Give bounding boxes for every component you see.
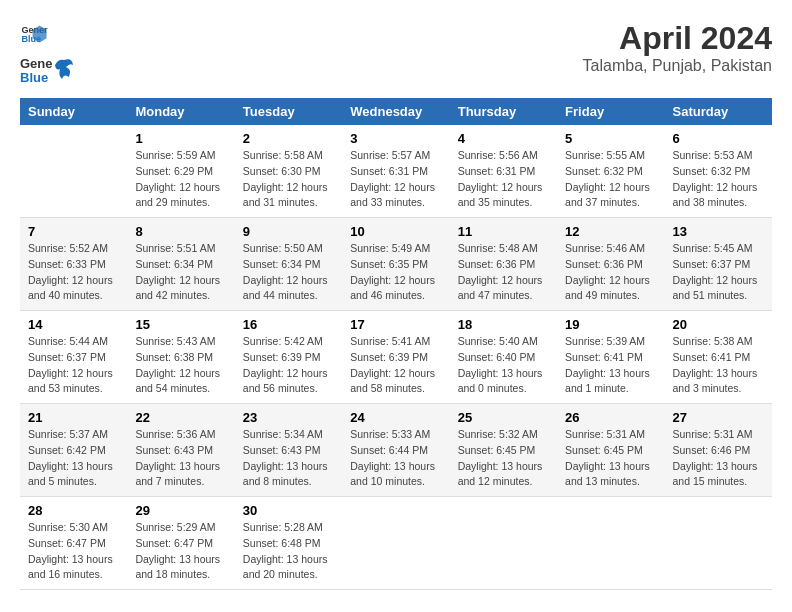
day-header-monday: Monday (127, 98, 234, 125)
calendar-cell (557, 497, 664, 590)
day-info: Sunrise: 5:31 AM Sunset: 6:46 PM Dayligh… (673, 427, 764, 490)
day-info: Sunrise: 5:49 AM Sunset: 6:35 PM Dayligh… (350, 241, 441, 304)
calendar-week-row: 7Sunrise: 5:52 AM Sunset: 6:33 PM Daylig… (20, 218, 772, 311)
calendar-cell: 13Sunrise: 5:45 AM Sunset: 6:37 PM Dayli… (665, 218, 772, 311)
day-header-friday: Friday (557, 98, 664, 125)
day-info: Sunrise: 5:53 AM Sunset: 6:32 PM Dayligh… (673, 148, 764, 211)
page-header: General Blue General Blue April 2024 Tal… (20, 20, 772, 88)
logo: General Blue General Blue (20, 20, 74, 88)
calendar-cell: 16Sunrise: 5:42 AM Sunset: 6:39 PM Dayli… (235, 311, 342, 404)
day-number: 23 (243, 410, 334, 425)
calendar-cell: 20Sunrise: 5:38 AM Sunset: 6:41 PM Dayli… (665, 311, 772, 404)
day-info: Sunrise: 5:56 AM Sunset: 6:31 PM Dayligh… (458, 148, 549, 211)
calendar-cell: 24Sunrise: 5:33 AM Sunset: 6:44 PM Dayli… (342, 404, 449, 497)
day-info: Sunrise: 5:32 AM Sunset: 6:45 PM Dayligh… (458, 427, 549, 490)
day-info: Sunrise: 5:38 AM Sunset: 6:41 PM Dayligh… (673, 334, 764, 397)
day-info: Sunrise: 5:34 AM Sunset: 6:43 PM Dayligh… (243, 427, 334, 490)
calendar-cell: 4Sunrise: 5:56 AM Sunset: 6:31 PM Daylig… (450, 125, 557, 218)
logo-bird-icon: General Blue (20, 52, 52, 88)
calendar-cell (665, 497, 772, 590)
day-info: Sunrise: 5:59 AM Sunset: 6:29 PM Dayligh… (135, 148, 226, 211)
day-number: 25 (458, 410, 549, 425)
day-number: 3 (350, 131, 441, 146)
calendar-cell: 12Sunrise: 5:46 AM Sunset: 6:36 PM Dayli… (557, 218, 664, 311)
svg-text:General: General (20, 56, 52, 71)
day-number: 27 (673, 410, 764, 425)
day-info: Sunrise: 5:55 AM Sunset: 6:32 PM Dayligh… (565, 148, 656, 211)
calendar-cell: 11Sunrise: 5:48 AM Sunset: 6:36 PM Dayli… (450, 218, 557, 311)
title-area: April 2024 Talamba, Punjab, Pakistan (583, 20, 772, 75)
calendar-body: 1Sunrise: 5:59 AM Sunset: 6:29 PM Daylig… (20, 125, 772, 590)
day-info: Sunrise: 5:44 AM Sunset: 6:37 PM Dayligh… (28, 334, 119, 397)
svg-text:Blue: Blue (20, 70, 48, 85)
day-info: Sunrise: 5:51 AM Sunset: 6:34 PM Dayligh… (135, 241, 226, 304)
day-number: 24 (350, 410, 441, 425)
day-number: 28 (28, 503, 119, 518)
calendar-cell: 22Sunrise: 5:36 AM Sunset: 6:43 PM Dayli… (127, 404, 234, 497)
day-number: 4 (458, 131, 549, 146)
day-number: 20 (673, 317, 764, 332)
calendar-cell: 26Sunrise: 5:31 AM Sunset: 6:45 PM Dayli… (557, 404, 664, 497)
day-number: 16 (243, 317, 334, 332)
day-number: 6 (673, 131, 764, 146)
day-info: Sunrise: 5:58 AM Sunset: 6:30 PM Dayligh… (243, 148, 334, 211)
day-number: 14 (28, 317, 119, 332)
calendar-cell: 9Sunrise: 5:50 AM Sunset: 6:34 PM Daylig… (235, 218, 342, 311)
day-header-wednesday: Wednesday (342, 98, 449, 125)
day-number: 8 (135, 224, 226, 239)
day-info: Sunrise: 5:46 AM Sunset: 6:36 PM Dayligh… (565, 241, 656, 304)
bird-icon (54, 55, 74, 85)
calendar-cell: 30Sunrise: 5:28 AM Sunset: 6:48 PM Dayli… (235, 497, 342, 590)
logo-icon: General Blue (20, 20, 48, 48)
day-number: 1 (135, 131, 226, 146)
calendar-cell: 21Sunrise: 5:37 AM Sunset: 6:42 PM Dayli… (20, 404, 127, 497)
calendar-cell: 27Sunrise: 5:31 AM Sunset: 6:46 PM Dayli… (665, 404, 772, 497)
calendar-header-row: SundayMondayTuesdayWednesdayThursdayFrid… (20, 98, 772, 125)
calendar-cell: 23Sunrise: 5:34 AM Sunset: 6:43 PM Dayli… (235, 404, 342, 497)
day-header-saturday: Saturday (665, 98, 772, 125)
day-number: 26 (565, 410, 656, 425)
day-number: 12 (565, 224, 656, 239)
day-number: 9 (243, 224, 334, 239)
day-header-thursday: Thursday (450, 98, 557, 125)
calendar-table: SundayMondayTuesdayWednesdayThursdayFrid… (20, 98, 772, 590)
day-info: Sunrise: 5:41 AM Sunset: 6:39 PM Dayligh… (350, 334, 441, 397)
day-number: 17 (350, 317, 441, 332)
day-number: 18 (458, 317, 549, 332)
calendar-cell: 17Sunrise: 5:41 AM Sunset: 6:39 PM Dayli… (342, 311, 449, 404)
calendar-cell: 14Sunrise: 5:44 AM Sunset: 6:37 PM Dayli… (20, 311, 127, 404)
day-number: 10 (350, 224, 441, 239)
calendar-week-row: 14Sunrise: 5:44 AM Sunset: 6:37 PM Dayli… (20, 311, 772, 404)
calendar-cell: 10Sunrise: 5:49 AM Sunset: 6:35 PM Dayli… (342, 218, 449, 311)
day-info: Sunrise: 5:29 AM Sunset: 6:47 PM Dayligh… (135, 520, 226, 583)
day-info: Sunrise: 5:37 AM Sunset: 6:42 PM Dayligh… (28, 427, 119, 490)
calendar-cell (342, 497, 449, 590)
day-number: 21 (28, 410, 119, 425)
day-info: Sunrise: 5:39 AM Sunset: 6:41 PM Dayligh… (565, 334, 656, 397)
calendar-cell: 25Sunrise: 5:32 AM Sunset: 6:45 PM Dayli… (450, 404, 557, 497)
day-info: Sunrise: 5:36 AM Sunset: 6:43 PM Dayligh… (135, 427, 226, 490)
day-info: Sunrise: 5:28 AM Sunset: 6:48 PM Dayligh… (243, 520, 334, 583)
calendar-week-row: 1Sunrise: 5:59 AM Sunset: 6:29 PM Daylig… (20, 125, 772, 218)
day-info: Sunrise: 5:40 AM Sunset: 6:40 PM Dayligh… (458, 334, 549, 397)
day-info: Sunrise: 5:30 AM Sunset: 6:47 PM Dayligh… (28, 520, 119, 583)
calendar-cell: 7Sunrise: 5:52 AM Sunset: 6:33 PM Daylig… (20, 218, 127, 311)
calendar-cell: 18Sunrise: 5:40 AM Sunset: 6:40 PM Dayli… (450, 311, 557, 404)
day-info: Sunrise: 5:42 AM Sunset: 6:39 PM Dayligh… (243, 334, 334, 397)
calendar-cell: 28Sunrise: 5:30 AM Sunset: 6:47 PM Dayli… (20, 497, 127, 590)
calendar-cell: 6Sunrise: 5:53 AM Sunset: 6:32 PM Daylig… (665, 125, 772, 218)
day-number: 7 (28, 224, 119, 239)
calendar-cell: 15Sunrise: 5:43 AM Sunset: 6:38 PM Dayli… (127, 311, 234, 404)
day-info: Sunrise: 5:50 AM Sunset: 6:34 PM Dayligh… (243, 241, 334, 304)
day-number: 29 (135, 503, 226, 518)
day-info: Sunrise: 5:52 AM Sunset: 6:33 PM Dayligh… (28, 241, 119, 304)
day-number: 22 (135, 410, 226, 425)
day-info: Sunrise: 5:48 AM Sunset: 6:36 PM Dayligh… (458, 241, 549, 304)
day-number: 5 (565, 131, 656, 146)
calendar-cell: 5Sunrise: 5:55 AM Sunset: 6:32 PM Daylig… (557, 125, 664, 218)
day-number: 19 (565, 317, 656, 332)
subtitle: Talamba, Punjab, Pakistan (583, 57, 772, 75)
day-info: Sunrise: 5:43 AM Sunset: 6:38 PM Dayligh… (135, 334, 226, 397)
calendar-week-row: 21Sunrise: 5:37 AM Sunset: 6:42 PM Dayli… (20, 404, 772, 497)
day-number: 11 (458, 224, 549, 239)
